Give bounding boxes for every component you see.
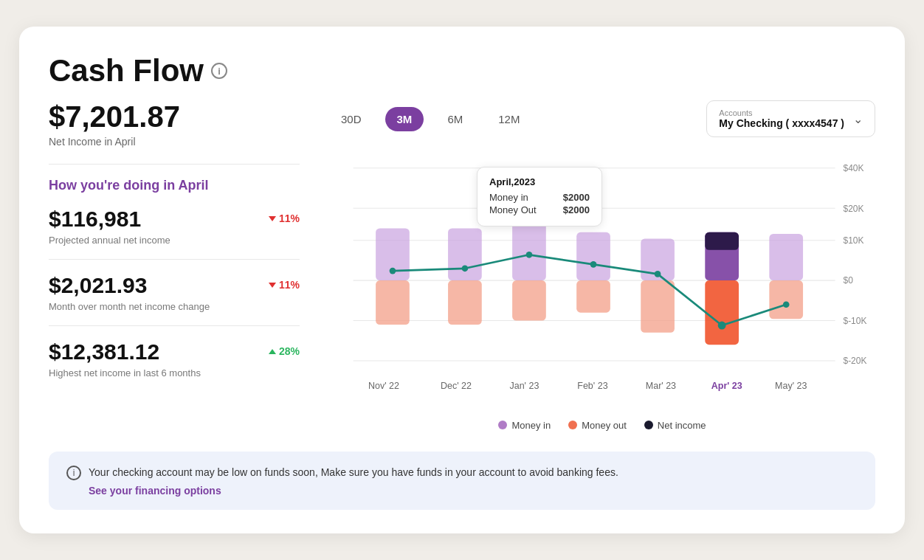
- svg-text:$10K: $10K: [843, 235, 863, 246]
- time-btn-3m[interactable]: 3M: [385, 107, 424, 131]
- svg-rect-23: [705, 232, 739, 250]
- legend-net-income-dot: [644, 421, 653, 429]
- time-btn-12m[interactable]: 12M: [486, 107, 531, 131]
- svg-text:Mar' 23: Mar' 23: [646, 381, 676, 391]
- alert-top: i Your checking account may be low on fu…: [66, 465, 858, 480]
- tooltip-money-out-label: Money Out: [489, 204, 537, 215]
- svg-text:$40K: $40K: [843, 163, 863, 173]
- cash-flow-card: Cash Flow i $7,201.87 Net Income in Apri…: [19, 27, 905, 533]
- svg-rect-19: [576, 280, 610, 313]
- main-layout: $7,201.87 Net Income in April How you're…: [49, 100, 875, 430]
- svg-point-28: [462, 266, 469, 272]
- stat-mom: $2,021.93 11% Month over month net incom…: [49, 273, 300, 312]
- svg-rect-26: [769, 280, 803, 319]
- svg-rect-13: [376, 280, 410, 325]
- svg-rect-21: [641, 280, 675, 333]
- svg-point-30: [590, 261, 597, 268]
- legend-net-income: Net income: [644, 420, 706, 431]
- stat-mom-label: Month over month net income change: [49, 301, 300, 312]
- svg-point-31: [655, 271, 661, 277]
- page-title: Cash Flow: [49, 53, 204, 89]
- section-title: How you're doing in April: [49, 178, 300, 193]
- stat-mom-change: 11%: [269, 279, 300, 291]
- chart-tooltip: April,2023 Money in $2000 Money Out $200…: [477, 167, 602, 227]
- right-panel: 30D 3M 6M 12M Accounts My Checking ( xxx…: [329, 100, 875, 430]
- svg-rect-25: [769, 234, 803, 280]
- alert-financing-link[interactable]: See your financing options: [89, 485, 858, 497]
- legend-money-out-label: Money out: [582, 420, 627, 431]
- svg-rect-14: [448, 229, 482, 281]
- tooltip-date: April,2023: [489, 176, 590, 187]
- svg-rect-17: [512, 280, 546, 320]
- stat-highest-label: Highest net income in last 6 months: [49, 367, 300, 378]
- stat-highest-change: 28%: [269, 345, 300, 357]
- svg-rect-18: [576, 232, 610, 280]
- time-buttons: 30D 3M 6M 12M: [329, 107, 531, 131]
- arrow-up-icon: [269, 349, 276, 354]
- legend-money-in-label: Money in: [511, 420, 551, 431]
- svg-point-32: [718, 322, 726, 330]
- svg-text:Jan' 23: Jan' 23: [509, 381, 539, 391]
- header: Cash Flow i: [49, 53, 875, 89]
- stat-mom-amount: $2,021.93: [49, 273, 147, 298]
- legend-money-out: Money out: [568, 420, 627, 431]
- svg-text:$-20K: $-20K: [843, 356, 866, 367]
- svg-point-33: [783, 302, 790, 308]
- legend-money-in-dot: [498, 421, 507, 429]
- tooltip-money-in-row: Money in $2000: [489, 192, 590, 203]
- stat-highest-amount: $12,381.12: [49, 339, 159, 364]
- info-icon[interactable]: i: [211, 63, 227, 79]
- tooltip-money-out-row: Money Out $2000: [489, 204, 590, 215]
- stat-projected-amount: $116,981: [49, 207, 141, 232]
- stat-projected: $116,981 11% Projected annual net income: [49, 207, 300, 246]
- tooltip-money-in-label: Money in: [489, 192, 528, 203]
- svg-text:Feb' 23: Feb' 23: [577, 381, 607, 391]
- svg-text:$-10K: $-10K: [843, 316, 866, 326]
- chart-area: April,2023 Money in $2000 Money Out $200…: [329, 152, 875, 430]
- arrow-down-icon-2: [269, 283, 276, 288]
- legend-net-income-label: Net income: [658, 420, 706, 431]
- alert-info-icon: i: [66, 466, 81, 480]
- svg-text:Dec' 22: Dec' 22: [441, 381, 472, 391]
- svg-text:$20K: $20K: [843, 204, 863, 214]
- stat-projected-label: Projected annual net income: [49, 235, 300, 246]
- alert-bar: i Your checking account may be low on fu…: [49, 452, 875, 510]
- stat-highest: $12,381.12 28% Highest net income in las…: [49, 339, 300, 378]
- left-panel: $7,201.87 Net Income in April How you're…: [49, 100, 300, 430]
- time-btn-6m[interactable]: 6M: [435, 107, 475, 131]
- svg-point-27: [390, 268, 396, 274]
- chart-svg: $40K $20K $10K $0 $-10K $-20K: [329, 152, 875, 409]
- net-income-label: Net Income in April: [49, 136, 300, 148]
- svg-rect-24: [705, 280, 739, 345]
- account-selector[interactable]: Accounts My Checking ( xxxx4547 ) ⌄: [706, 100, 875, 137]
- svg-point-29: [526, 252, 533, 258]
- arrow-down-icon: [269, 216, 276, 221]
- legend-money-in: Money in: [498, 420, 551, 431]
- tooltip-money-in-value: $2000: [563, 192, 590, 203]
- svg-rect-15: [448, 280, 482, 325]
- net-income-amount: $7,201.87: [49, 100, 300, 133]
- legend-money-out-dot: [568, 421, 577, 429]
- svg-text:May' 23: May' 23: [775, 381, 807, 391]
- stat-projected-change: 11%: [269, 212, 300, 224]
- svg-text:Nov' 22: Nov' 22: [368, 381, 399, 391]
- chevron-down-icon: ⌄: [853, 112, 863, 126]
- chart-controls: 30D 3M 6M 12M Accounts My Checking ( xxx…: [329, 100, 875, 137]
- svg-text:$0: $0: [843, 276, 853, 286]
- svg-text:Apr' 23: Apr' 23: [711, 381, 742, 391]
- alert-text: Your checking account may be low on fund…: [89, 465, 618, 480]
- account-name: My Checking ( xxxx4547 ): [719, 117, 844, 129]
- tooltip-money-out-value: $2000: [563, 204, 590, 215]
- time-btn-30d[interactable]: 30D: [329, 107, 373, 131]
- chart-legend: Money in Money out Net income: [329, 420, 875, 431]
- account-label: Accounts: [719, 108, 844, 117]
